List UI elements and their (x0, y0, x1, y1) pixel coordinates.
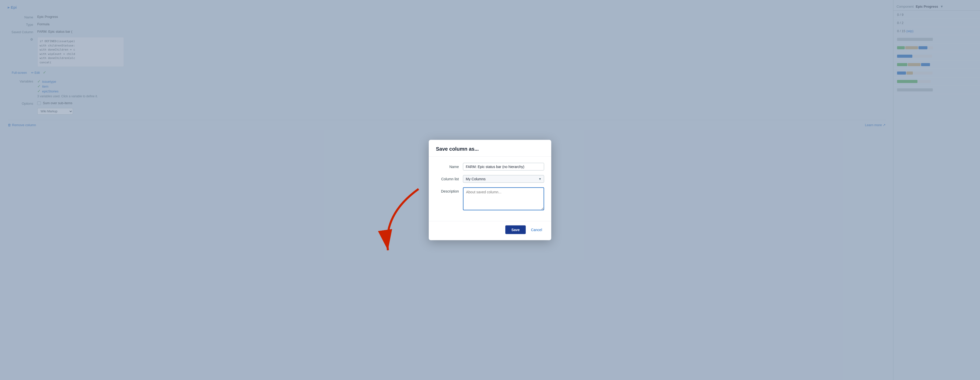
name-input[interactable] (463, 163, 544, 171)
description-label: Description (436, 187, 459, 193)
column-list-label: Column list (436, 175, 459, 181)
column-list-select-wrapper: My Columns Shared Columns All Columns ▼ (463, 175, 544, 183)
name-label: Name (436, 163, 459, 169)
save-button[interactable]: Save (505, 225, 526, 234)
modal-footer: Save Cancel (429, 221, 551, 240)
column-list-select[interactable]: My Columns Shared Columns All Columns (463, 175, 544, 183)
column-list-row: Column list My Columns Shared Columns Al… (436, 175, 544, 183)
modal-body: Name Column list My Columns Shared Colum… (429, 157, 551, 221)
modal-title: Save column as... (436, 146, 544, 152)
description-textarea[interactable] (463, 187, 544, 211)
cancel-button[interactable]: Cancel (529, 225, 544, 234)
name-row: Name (436, 163, 544, 171)
description-row: Description (436, 187, 544, 211)
save-column-modal: Save column as... Name Column list My Co… (429, 140, 551, 240)
modal-header: Save column as... (429, 140, 551, 157)
